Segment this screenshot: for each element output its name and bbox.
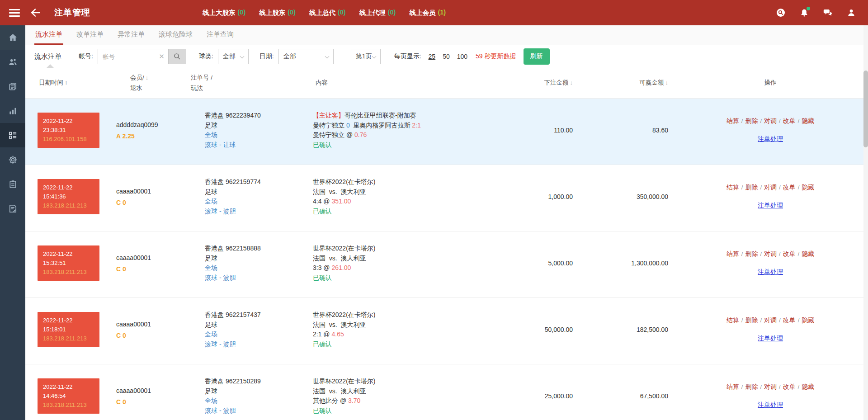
sidebar-item-bet-orders[interactable] [0, 123, 25, 147]
sidebar-item-notes[interactable] [0, 196, 25, 221]
action-1-link[interactable]: 结算 [726, 316, 739, 324]
action-2-link[interactable]: 删除 [745, 117, 758, 124]
action-separator: / [741, 184, 743, 191]
content-line: 曼特宁独立 @ 0.76 [313, 130, 482, 140]
process-order-link[interactable]: 注单处理 [758, 401, 783, 409]
content-text: 已确认 [313, 407, 332, 414]
scope-link[interactable]: 全场 [205, 396, 310, 406]
datetime-badge: 2022-11-2223:38:31116.206.101.158 [38, 113, 99, 148]
tab-2[interactable]: 改单注单 [75, 25, 104, 45]
actions-cell: 结算/删除/对调/改单/隐藏注单处理 [673, 184, 868, 210]
play-type-link[interactable]: 滚球 - 波胆 [205, 273, 310, 283]
action-3-link[interactable]: 对调 [764, 383, 777, 390]
sidebar-item-documents[interactable] [0, 74, 25, 99]
process-order-link[interactable]: 注单处理 [758, 135, 783, 143]
content-text: 2:1 [412, 122, 420, 129]
bet-date: 2022-11-22 [43, 316, 94, 325]
bet-time: 15:32:51 [43, 259, 94, 268]
menu-icon[interactable] [9, 7, 20, 19]
bet-orders-icon [8, 130, 18, 141]
member-rebate: C 0 [116, 398, 188, 406]
play-type-link[interactable]: 滚球 - 波胆 [205, 207, 310, 217]
play-type-link[interactable]: 滚球 - 波胆 [205, 340, 310, 349]
tab-3[interactable]: 异常注单 [117, 25, 146, 45]
play-type-link[interactable]: 滚球 - 波胆 [205, 406, 310, 416]
process-order-link[interactable]: 注单处理 [758, 202, 783, 210]
column-header-label: 注单号 / [191, 74, 212, 81]
date-select[interactable]: 全部 [278, 49, 334, 64]
per-page-option-25[interactable]: 25 [429, 53, 436, 60]
page-select[interactable]: 第1页 [351, 49, 381, 64]
tab-4[interactable]: 滚球危险球 [158, 25, 193, 45]
action-2-link[interactable]: 删除 [745, 383, 758, 390]
action-4-link[interactable]: 改单 [783, 250, 796, 257]
account-icon[interactable] [846, 8, 856, 18]
action-5-link[interactable]: 隐藏 [802, 184, 814, 191]
tab-5[interactable]: 注单查询 [206, 25, 235, 45]
action-1-link[interactable]: 结算 [726, 184, 739, 191]
action-3-link[interactable]: 对调 [764, 184, 777, 191]
column-header-5[interactable]: 下注金额↓ [482, 78, 577, 88]
scrollbar-thumb[interactable] [863, 71, 868, 147]
scrollbar[interactable] [863, 25, 868, 420]
sidebar-item-home[interactable] [0, 25, 25, 50]
per-page-option-50[interactable]: 50 [443, 53, 450, 60]
scope-link[interactable]: 全场 [205, 197, 310, 207]
top-nav-link-2[interactable]: 线上股东(0) [259, 9, 296, 17]
top-nav: 线上大股东(0)线上股东(0)线上总代(0)线上代理(0)线上会员(1) [203, 9, 446, 17]
back-arrow-icon[interactable] [30, 7, 42, 19]
search-button[interactable] [168, 49, 186, 64]
scope-link[interactable]: 全场 [205, 263, 310, 273]
action-4-link[interactable]: 改单 [783, 316, 796, 324]
action-separator: / [779, 118, 781, 124]
column-header-2[interactable]: 会员/↓退水 [111, 73, 188, 93]
clear-icon[interactable]: ✕ [159, 52, 165, 61]
action-1-link[interactable]: 结算 [726, 117, 739, 124]
action-2-link[interactable]: 删除 [745, 250, 758, 257]
action-5-link[interactable]: 隐藏 [802, 316, 814, 324]
scope-link[interactable]: 全场 [205, 330, 310, 340]
top-nav-link-1[interactable]: 线上大股东(0) [203, 9, 245, 17]
tab-1[interactable]: 流水注单 [34, 25, 63, 45]
actions-cell: 结算/删除/对调/改单/隐藏注单处理 [673, 117, 868, 143]
action-3-link[interactable]: 对调 [764, 250, 777, 257]
action-2-link[interactable]: 删除 [745, 184, 758, 191]
action-3-link[interactable]: 对调 [764, 117, 777, 124]
sport-select[interactable]: 全部 [218, 49, 249, 64]
column-header-1[interactable]: 日期时间↑ [25, 78, 111, 88]
action-5-link[interactable]: 隐藏 [802, 383, 814, 390]
sidebar-item-settings[interactable] [0, 147, 25, 172]
notifications-icon[interactable] [799, 8, 809, 18]
sidebar-item-users[interactable] [0, 50, 25, 74]
action-4-link[interactable]: 改单 [783, 383, 796, 390]
action-links: 结算/删除/对调/改单/隐藏 [673, 383, 868, 391]
action-3-link[interactable]: 对调 [764, 316, 777, 324]
action-2-link[interactable]: 删除 [745, 316, 758, 324]
action-1-link[interactable]: 结算 [726, 383, 739, 390]
action-1-link[interactable]: 结算 [726, 250, 739, 257]
top-header: 注单管理 线上大股东(0)线上股东(0)线上总代(0)线上代理(0)线上会员(1… [0, 0, 868, 25]
top-nav-link-5[interactable]: 线上会员(1) [409, 9, 446, 17]
top-nav-link-3[interactable]: 线上总代(0) [309, 9, 346, 17]
action-5-link[interactable]: 隐藏 [802, 250, 814, 257]
sidebar-item-clipboard[interactable] [0, 172, 25, 196]
process-order-link[interactable]: 注单处理 [758, 335, 783, 343]
messages-icon[interactable] [823, 8, 833, 18]
win-amount-cell: 83.60 [577, 127, 673, 134]
sidebar-item-statistics[interactable] [0, 99, 25, 123]
action-4-link[interactable]: 改单 [783, 184, 796, 191]
refresh-button[interactable]: 刷新 [524, 48, 550, 65]
action-5-link[interactable]: 隐藏 [802, 117, 814, 124]
per-page-option-100[interactable]: 100 [457, 53, 467, 60]
process-order-link[interactable]: 注单处理 [758, 268, 783, 276]
column-header-6[interactable]: 可赢金额↓ [577, 78, 673, 88]
bet-amount-cell: 1,000.00 [482, 193, 577, 200]
search-icon[interactable] [776, 8, 786, 18]
column-header-4: 内容 [310, 78, 482, 88]
action-4-link[interactable]: 改单 [783, 117, 796, 124]
account-input[interactable] [98, 49, 168, 64]
scope-link[interactable]: 全场 [205, 130, 310, 140]
top-nav-link-4[interactable]: 线上代理(0) [359, 9, 396, 17]
play-type-link[interactable]: 滚球 - 让球 [205, 140, 310, 150]
sport-type: 足球 [205, 187, 310, 197]
